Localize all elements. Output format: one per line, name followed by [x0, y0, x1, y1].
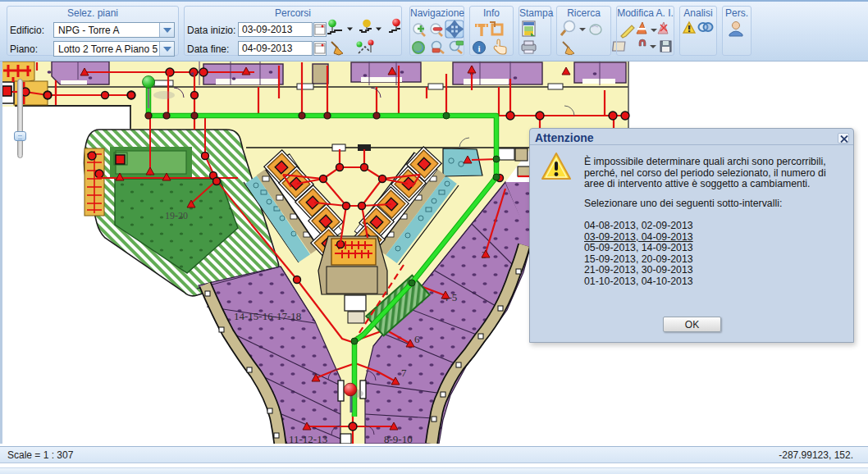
svg-text:11-12-13: 11-12-13: [289, 433, 327, 444]
svg-text:6: 6: [414, 333, 420, 345]
svg-text:8-9-10: 8-9-10: [384, 433, 413, 444]
svg-text:19-20: 19-20: [165, 210, 188, 221]
svg-text:14-15-16-17-18: 14-15-16-17-18: [234, 310, 301, 322]
svg-text:7: 7: [401, 367, 407, 379]
